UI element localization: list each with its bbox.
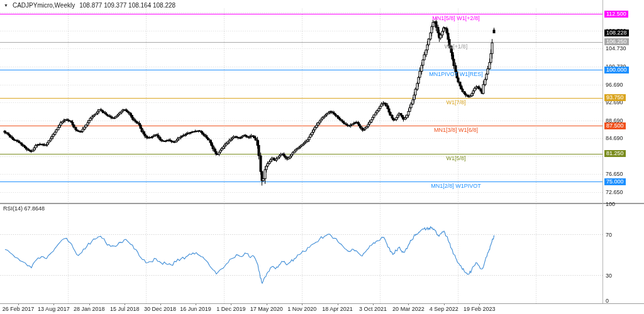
rsi-name: RSI(14) xyxy=(3,205,23,212)
level-price-badge: 100.000 xyxy=(604,67,629,73)
date-axis-tick: 20 Mar 2022 xyxy=(392,306,425,312)
price-axis-separator xyxy=(602,0,603,303)
price-axis-tick: 96.690 xyxy=(606,82,623,88)
price-axis-tick: 104.730 xyxy=(606,45,626,51)
date-axis-tick: 30 Dec 2018 xyxy=(144,306,176,312)
date-axis-tick: 26 Feb 2017 xyxy=(3,306,35,312)
trading-chart-window: ▼ CADJPYmicro,Weekly 108.877 109.377 108… xyxy=(0,0,644,314)
murrey-level-label: W1[7/8] xyxy=(446,99,465,106)
rsi-axis-tick: 30 xyxy=(606,273,612,279)
rsi-indicator-label: RSI(14) 67.8648 xyxy=(3,205,45,212)
date-axis-separator xyxy=(0,303,644,304)
murrey-level-label: MN1PIVOT W1[RES] xyxy=(429,71,482,77)
level-price-badge: 81.250 xyxy=(604,150,626,157)
date-axis-tick: 19 Feb 2023 xyxy=(464,306,496,312)
pane-splitter[interactable] xyxy=(0,203,644,204)
chart-ohlc-readout: 108.877 109.377 108.164 108.228 xyxy=(79,2,175,9)
rsi-axis-tick: 70 xyxy=(606,232,612,238)
date-axis-tick: 1 Nov 2020 xyxy=(287,306,316,312)
murrey-level-label: MN1[2/8] W1PIVOT xyxy=(431,183,481,189)
chart-title-bar: ▼ CADJPYmicro,Weekly 108.877 109.377 108… xyxy=(4,2,175,9)
rsi-axis-tick: 100 xyxy=(606,201,615,207)
date-axis-tick: 28 Jan 2018 xyxy=(74,306,105,312)
symbol-dropdown-icon[interactable]: ▼ xyxy=(4,3,8,8)
price-axis-tick: 72.650 xyxy=(606,189,623,195)
murrey-level-label: W1[5/8] xyxy=(446,155,465,161)
rsi-axis-tick: 0 xyxy=(606,298,609,304)
date-axis-tick: 4 Sep 2022 xyxy=(430,306,458,312)
level-price-badge: 106.250 xyxy=(604,38,629,45)
price-axis-tick: 84.690 xyxy=(606,135,623,141)
current-price-badge: 108.228 xyxy=(604,30,629,36)
chart-plot-canvas[interactable] xyxy=(0,0,644,314)
date-axis-tick: 3 Oct 2021 xyxy=(359,306,387,312)
murrey-level-label: MN1[3/8] W1[6/8] xyxy=(434,127,478,133)
murrey-level-label: W1[+1/8] xyxy=(445,43,467,50)
date-axis-tick: 15 Jul 2018 xyxy=(110,306,140,312)
date-axis-tick: 17 May 2020 xyxy=(250,306,283,312)
price-axis-tick: 76.650 xyxy=(606,171,623,177)
chart-symbol-timeframe: CADJPYmicro,Weekly xyxy=(13,2,75,9)
date-axis-tick: 1 Dec 2019 xyxy=(216,306,245,312)
date-axis-tick: 18 Apr 2021 xyxy=(322,306,353,312)
date-axis-tick: 13 Aug 2017 xyxy=(38,306,70,312)
murrey-level-label: MN1[5/8] W1[+2/8] xyxy=(432,15,479,21)
level-price-badge: 87.500 xyxy=(604,122,626,129)
level-price-badge: 75.000 xyxy=(604,178,626,185)
level-price-badge: 93.750 xyxy=(604,94,626,101)
date-axis-tick: 16 Jun 2019 xyxy=(180,306,211,312)
rsi-current-value: 67.8648 xyxy=(25,205,45,212)
level-price-badge: 112.500 xyxy=(604,11,628,18)
